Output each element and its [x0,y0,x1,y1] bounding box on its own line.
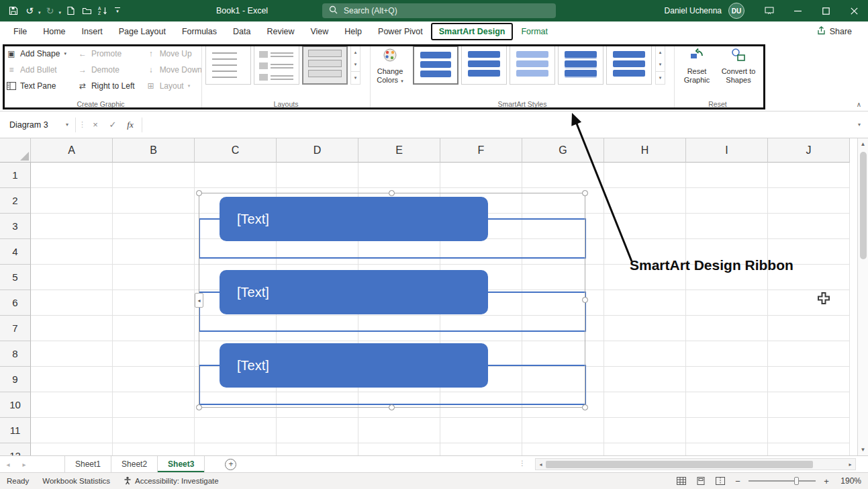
gallery-scroll-down-icon[interactable]: ▾ [351,58,360,71]
confirm-entry-button: ✓ [104,116,122,134]
page-break-view-icon[interactable] [714,474,727,488]
zoom-out-button[interactable]: − [733,476,742,486]
layouts-gallery-scrollbar: ▴ ▾ ▾ [350,46,360,85]
tab-file[interactable]: File [5,23,35,40]
tab-home[interactable]: Home [35,23,73,40]
formula-bar: Diagram 3 ▾ ⋮ × ✓ fx ▾ [0,112,868,138]
name-box-dropdown-icon[interactable]: ▾ [66,122,68,128]
tab-power-pivot[interactable]: Power Pivot [370,23,431,40]
account-name[interactable]: Daniel Uchenna [665,6,722,15]
share-label: Share [830,27,852,36]
smartart-style-thumbnail[interactable] [606,46,652,85]
gallery-scroll-up-icon[interactable]: ▴ [351,46,360,58]
search-placeholder: Search (Alt+Q) [344,6,397,15]
right-to-left-icon: ⇄ [77,81,88,91]
smartart-style-thumbnail-selected[interactable] [413,46,459,85]
status-ready: Ready [0,473,36,489]
next-sheet-icon[interactable]: ▸ [16,456,32,472]
zoom-slider[interactable] [749,480,816,482]
resize-handle[interactable] [389,190,395,196]
smartart-selection-frame[interactable]: ◂ [199,193,585,408]
minimize-button[interactable] [783,0,812,21]
maximize-button[interactable] [812,0,840,21]
accessibility-button[interactable]: Accessibility: Investigate [117,473,226,489]
horizontal-scrollbar-thumb[interactable] [546,461,813,468]
formula-input[interactable] [145,116,851,134]
gallery-scroll-up-icon[interactable]: ▴ [656,46,665,58]
open-folder-icon[interactable] [79,2,95,19]
group-create-graphic: ▣Add Shape▾ ≡Add Bullet Text Pane ←Promo… [0,42,201,111]
save-icon[interactable] [5,2,21,19]
scroll-down-icon[interactable]: ▼ [858,444,868,455]
text-pane-button[interactable]: Text Pane [3,79,69,93]
horizontal-scrollbar[interactable]: ◂ ▸ [535,458,856,470]
layout-thumbnail-selected[interactable] [302,46,348,85]
search-icon [329,5,338,16]
undo-icon[interactable]: ↺ [21,2,38,19]
smartart-style-thumbnail[interactable] [558,46,604,85]
tab-view[interactable]: View [302,23,336,40]
tab-insert[interactable]: Insert [74,23,111,40]
zoom-slider-thumb[interactable] [794,477,799,485]
tab-help[interactable]: Help [336,23,370,40]
right-to-left-button[interactable]: ⇄Right to Left [75,79,138,93]
scroll-up-icon[interactable]: ▲ [858,138,868,150]
sheet-tab-sheet1[interactable]: Sheet1 [64,456,111,472]
zoom-level[interactable]: 190% [837,476,861,486]
move-up-button: ↑Move Up [143,46,205,60]
vertical-scrollbar-thumb[interactable] [860,152,867,259]
scroll-right-icon[interactable]: ▸ [845,461,855,468]
collapse-ribbon-icon[interactable]: ∧ [857,101,861,108]
expand-formula-bar-icon[interactable]: ▾ [851,122,868,128]
add-shape-button[interactable]: ▣Add Shape▾ [3,46,69,60]
layout-thumbnail[interactable] [254,46,299,85]
tab-review[interactable]: Review [258,23,302,40]
undo-dropdown-icon[interactable]: ▾ [38,10,41,15]
resize-handle[interactable] [582,404,588,410]
tab-smartart-design[interactable]: SmartArt Design [431,23,514,40]
previous-sheet-icon[interactable]: ◂ [0,456,16,472]
tab-data[interactable]: Data [225,23,258,40]
tab-bar-splitter[interactable]: ⋮ [519,459,526,467]
sort-ascending-icon[interactable]: AZ [95,2,111,19]
scroll-left-icon[interactable]: ◂ [536,461,546,468]
gallery-scroll-down-icon[interactable]: ▾ [656,58,665,71]
layout-thumbnail[interactable] [205,46,251,85]
gallery-more-icon[interactable]: ▾ [351,71,360,84]
convert-to-shapes-button[interactable]: Convert to Shapes [719,44,758,85]
formula-bar-drag-handle[interactable]: ⋮ [79,120,87,129]
resize-handle[interactable] [389,404,395,410]
new-file-icon[interactable] [62,2,79,19]
share-button[interactable]: Share [810,24,859,40]
search-box[interactable]: Search (Alt+Q) [322,3,556,18]
text-pane-toggle-button[interactable]: ◂ [195,293,203,308]
sheet-tab-sheet3[interactable]: Sheet3 [158,456,205,472]
sheet-tab-list: Sheet1Sheet2Sheet3 [64,456,205,472]
annotation-text: SmartArt Design Ribbon [630,257,793,273]
reset-graphic-button[interactable]: Reset Graphic [677,44,716,85]
tab-formulas[interactable]: Formulas [174,23,225,40]
resize-handle[interactable] [196,404,202,410]
resize-handle[interactable] [196,190,202,196]
ribbon-display-options-icon[interactable] [755,0,783,21]
gallery-more-icon[interactable]: ▾ [656,71,665,84]
resize-handle[interactable] [582,297,588,303]
page-layout-view-icon[interactable] [694,474,708,488]
zoom-in-button[interactable]: + [822,476,831,486]
normal-view-icon[interactable] [675,474,688,488]
vertical-scrollbar[interactable]: ▲ ▼ [857,138,868,455]
customize-toolbar-icon[interactable]: ▾ [115,7,120,14]
account-avatar[interactable]: DU [728,3,744,19]
workbook-statistics-button[interactable]: Workbook Statistics [36,473,117,489]
resize-handle[interactable] [582,190,588,196]
close-button[interactable] [840,0,868,21]
tab-format[interactable]: Format [513,23,556,40]
name-box[interactable]: Diagram 3 ▾ [4,116,73,134]
smartart-style-thumbnail[interactable] [461,46,507,85]
tab-page-layout[interactable]: Page Layout [111,23,174,40]
change-colors-button[interactable]: Change Colors ▾ [371,44,409,85]
insert-function-button[interactable]: fx [122,116,139,134]
new-sheet-button[interactable]: + [225,459,236,470]
smartart-style-thumbnail[interactable] [510,46,555,85]
sheet-tab-sheet2[interactable]: Sheet2 [111,456,158,472]
